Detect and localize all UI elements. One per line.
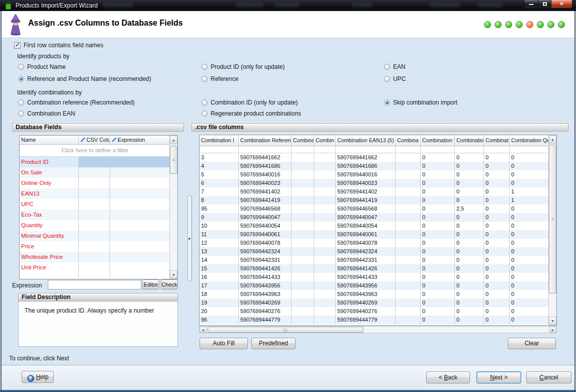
- csv-cell[interactable]: 5907699441686: [239, 162, 292, 170]
- csv-cell[interactable]: [396, 213, 421, 222]
- radio-circle-icon[interactable]: [384, 64, 390, 70]
- csv-column-cell[interactable]: [79, 252, 110, 262]
- csv-cell[interactable]: 0: [421, 256, 455, 264]
- scrollbar-thumb[interactable]: [208, 327, 363, 333]
- csv-row[interactable]: 4590769944168659076994416860000: [200, 162, 556, 170]
- csv-cell[interactable]: 0: [510, 290, 549, 299]
- csv-cell[interactable]: 0: [455, 281, 484, 290]
- csv-cell[interactable]: 18: [200, 290, 239, 299]
- csv-cell[interactable]: 5907699441402: [336, 187, 396, 196]
- scroll-up-button[interactable]: ▲: [549, 135, 556, 144]
- csv-cell[interactable]: 0: [510, 307, 549, 316]
- csv-cell[interactable]: 0: [455, 299, 484, 307]
- csv-cell[interactable]: 0: [421, 179, 455, 187]
- csv-cell[interactable]: [314, 187, 336, 196]
- csv-cell[interactable]: 0: [510, 179, 549, 187]
- csv-row[interactable]: 17590769944395659076994439560000: [200, 281, 556, 290]
- csv-cell[interactable]: 0: [455, 179, 484, 187]
- csv-cell[interactable]: 0: [455, 256, 484, 264]
- csv-column-cell[interactable]: [79, 199, 110, 210]
- csv-cell[interactable]: 0: [484, 187, 510, 196]
- radio-circle-icon[interactable]: [202, 76, 208, 82]
- csv-cell[interactable]: [396, 256, 421, 264]
- csv-cell[interactable]: 0: [510, 264, 549, 273]
- help-button[interactable]: ?Help: [22, 371, 54, 383]
- csv-cell[interactable]: 0: [484, 179, 510, 187]
- csv-cell[interactable]: 5907699440276: [239, 307, 292, 316]
- back-button[interactable]: < Back: [426, 371, 470, 383]
- csv-cell[interactable]: 0: [484, 299, 510, 307]
- field-row-online-only[interactable]: Online Only: [20, 178, 177, 188]
- csv-cell[interactable]: 0: [510, 170, 549, 179]
- csv-cell[interactable]: 0: [421, 153, 455, 162]
- csv-cell[interactable]: 5907699441419: [239, 196, 292, 205]
- radio-combination-id-only-for-update[interactable]: Combination ID (only for update): [202, 99, 298, 106]
- csv-cell[interactable]: [292, 316, 314, 324]
- csv-cell[interactable]: 0: [484, 316, 510, 324]
- csv-row[interactable]: 10590769944005459076994400540000: [200, 222, 556, 230]
- csv-cell[interactable]: 0: [455, 247, 484, 256]
- csv-cell[interactable]: 0: [421, 307, 455, 316]
- expression-cell[interactable]: [110, 252, 170, 262]
- expression-input[interactable]: [48, 280, 141, 289]
- csv-column-cell[interactable]: [79, 231, 110, 241]
- csv-cell[interactable]: 5907699441402: [239, 187, 292, 196]
- field-row-quantity[interactable]: Quantity: [20, 220, 177, 231]
- csv-cell[interactable]: [292, 205, 314, 213]
- radio-ean[interactable]: EAN: [384, 63, 406, 70]
- csv-cell[interactable]: [396, 299, 421, 307]
- csv-cell[interactable]: 0: [455, 196, 484, 205]
- csv-cell[interactable]: [292, 299, 314, 307]
- csv-cell[interactable]: 96: [200, 316, 239, 324]
- csv-cell[interactable]: 2,5: [455, 205, 484, 213]
- csv-cell[interactable]: [292, 264, 314, 273]
- csv-row[interactable]: 16590769944143359076994414330000: [200, 273, 556, 281]
- csv-column-cell[interactable]: [79, 178, 110, 188]
- expression-cell[interactable]: [110, 241, 170, 252]
- field-row-product-id[interactable]: Product ID: [20, 157, 177, 167]
- title-bar[interactable]: Products Import/Export Wizard ✕: [0, 0, 576, 11]
- csv-column-cell[interactable]: [79, 241, 110, 252]
- csv-cell[interactable]: 5907699441419: [336, 196, 396, 205]
- csv-cell[interactable]: 15: [200, 264, 239, 273]
- csv-cell[interactable]: 0: [421, 273, 455, 281]
- csv-cell[interactable]: 0: [510, 230, 549, 239]
- scroll-left-button[interactable]: ◄: [200, 327, 207, 333]
- first-row-checkbox[interactable]: First row contains field names: [14, 42, 104, 49]
- csv-cell[interactable]: 0: [455, 239, 484, 247]
- csv-cell[interactable]: 0: [455, 290, 484, 299]
- scrollbar-thumb[interactable]: [170, 146, 177, 174]
- radio-product-name[interactable]: Product Name: [18, 63, 66, 70]
- csv-cell[interactable]: 5907699440054: [239, 222, 292, 230]
- csv-cell[interactable]: 0: [421, 290, 455, 299]
- column-header[interactable]: Combination I: [200, 135, 239, 146]
- radio-upc[interactable]: UPC: [384, 75, 406, 82]
- csv-cell[interactable]: 0: [421, 170, 455, 179]
- csv-row[interactable]: 13590769944232459076994423240000: [200, 247, 556, 256]
- csv-column-cell[interactable]: [79, 210, 110, 220]
- field-name-cell[interactable]: Unit Price: [20, 262, 79, 273]
- column-header[interactable]: Combin: [314, 135, 336, 146]
- csv-cell[interactable]: 5907699442331: [239, 256, 292, 264]
- csv-cell[interactable]: [396, 153, 421, 162]
- field-row-minimal-quantity[interactable]: Minimal Quantity: [20, 231, 177, 241]
- csv-cell[interactable]: 0: [510, 316, 549, 324]
- field-name-cell[interactable]: Price: [20, 241, 79, 252]
- csv-cell[interactable]: 20: [200, 307, 239, 316]
- csv-cell[interactable]: 0: [421, 196, 455, 205]
- csv-cell[interactable]: [314, 205, 336, 213]
- csv-cell[interactable]: 0: [484, 170, 510, 179]
- csv-column-cell[interactable]: [79, 188, 110, 199]
- csv-cell[interactable]: 0: [455, 273, 484, 281]
- csv-cell[interactable]: 0: [484, 213, 510, 222]
- csv-cell[interactable]: 5907699444779: [239, 316, 292, 324]
- csv-cell[interactable]: [314, 170, 336, 179]
- field-name-cell[interactable]: Product ID: [20, 157, 79, 167]
- csv-cell[interactable]: [396, 264, 421, 273]
- csv-cell[interactable]: [396, 273, 421, 281]
- csv-row[interactable]: 8590769944141959076994414190001: [200, 196, 556, 205]
- panel-splitter[interactable]: [187, 195, 192, 281]
- csv-cell[interactable]: 0: [421, 213, 455, 222]
- csv-column-cell[interactable]: [79, 167, 110, 178]
- csv-cell[interactable]: 5907699440047: [239, 213, 292, 222]
